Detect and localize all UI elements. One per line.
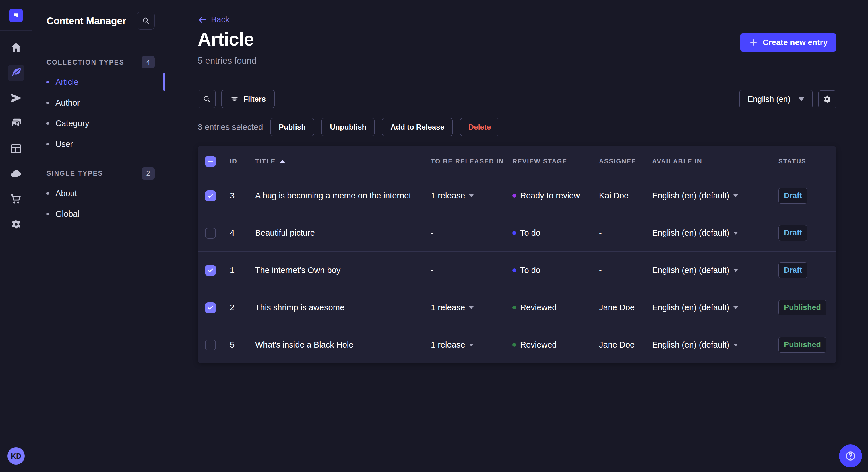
rail-bottom: KD [0, 442, 32, 472]
table-row[interactable]: 3 A bug is becoming a meme on the intern… [198, 177, 836, 214]
rail-icon-list [8, 39, 24, 233]
publish-button[interactable]: Publish [270, 118, 314, 136]
back-link[interactable]: Back [198, 15, 229, 24]
row-checkbox[interactable] [205, 228, 216, 239]
row-release-dropdown[interactable]: 1 release [431, 191, 513, 200]
rail-bottom-divider [0, 442, 32, 442]
entries-count: 5 entries found [198, 56, 257, 66]
main-content: Back Article 5 entries found Create new … [165, 0, 868, 472]
sidebar-item-about[interactable]: About [46, 183, 165, 204]
chevron-down-icon [733, 343, 738, 346]
active-item-indicator [163, 72, 165, 91]
sidebar-item-global[interactable]: Global [46, 204, 165, 224]
single-types-header: SINGLE TYPES 2 [46, 167, 165, 179]
sidebar-search-button[interactable] [137, 12, 155, 30]
row-review-stage: Ready to review [513, 191, 599, 200]
row-checkbox[interactable] [205, 191, 216, 201]
table-row[interactable]: 5 What's inside a Black Hole 1 release R… [198, 326, 836, 363]
row-title: Beautiful picture [255, 228, 431, 238]
media-library-icon[interactable] [8, 115, 24, 132]
unpublish-button[interactable]: Unpublish [321, 118, 375, 136]
sidebar-item-author[interactable]: Author [46, 92, 165, 113]
column-header-assignee: ASSIGNEE [599, 158, 652, 165]
content-manager-icon[interactable] [8, 65, 24, 81]
add-to-release-button[interactable]: Add to Release [382, 118, 453, 136]
chevron-down-icon [469, 343, 474, 346]
status-badge: Draft [778, 225, 807, 241]
create-new-entry-button[interactable]: Create new entry [740, 33, 836, 52]
row-id: 3 [230, 191, 255, 200]
chevron-down-icon [733, 306, 738, 309]
row-checkbox[interactable] [205, 265, 216, 276]
column-header-title[interactable]: TITLE [255, 158, 431, 165]
search-button[interactable] [198, 90, 216, 108]
locale-select[interactable]: English (en) [739, 90, 813, 108]
row-title: This shrimp is awesome [255, 303, 431, 312]
column-header-id[interactable]: ID [230, 158, 255, 165]
settings-icon[interactable] [8, 216, 24, 233]
entries-table: ID TITLE TO BE RELEASED IN REVIEW STAGE … [198, 146, 836, 363]
row-review-stage: To do [513, 228, 599, 238]
releases-icon[interactable] [8, 90, 24, 106]
chevron-down-icon [799, 98, 804, 101]
row-checkbox[interactable] [205, 302, 216, 313]
stage-dot-icon [513, 343, 516, 347]
row-release-dropdown[interactable]: 1 release [431, 303, 513, 312]
release-value: 1 release [431, 191, 465, 200]
sidebar-item-label: Global [55, 209, 80, 219]
sidebar-item-article[interactable]: Article [46, 72, 165, 92]
row-assignee: Jane Doe [599, 303, 652, 312]
row-checkbox[interactable] [205, 339, 216, 350]
row-assignee: - [599, 266, 652, 275]
chevron-down-icon [733, 269, 738, 272]
bullet-icon [46, 102, 49, 104]
collection-types-header: COLLECTION TYPES 4 [46, 56, 165, 68]
row-title: A bug is becoming a meme on the internet [255, 191, 431, 200]
marketplace-icon[interactable] [8, 191, 24, 207]
delete-button[interactable]: Delete [460, 118, 499, 136]
stage-label: To do [520, 266, 540, 275]
user-avatar[interactable]: KD [7, 447, 25, 465]
question-icon [845, 450, 856, 462]
status-badge: Draft [778, 262, 807, 278]
locale-value: English (en) (default) [652, 228, 730, 238]
home-icon[interactable] [8, 39, 24, 56]
select-all-checkbox[interactable] [205, 156, 216, 167]
release-value: - [431, 228, 434, 238]
row-id: 5 [230, 340, 255, 349]
entries-selected-text: 3 entries selected [198, 123, 263, 132]
locale-toolbar: English (en) [739, 90, 836, 108]
row-locale-dropdown[interactable]: English (en) (default) [652, 303, 778, 312]
sidebar-item-category[interactable]: Category [46, 113, 165, 134]
stage-label: Reviewed [520, 303, 557, 312]
row-locale-dropdown[interactable]: English (en) (default) [652, 266, 778, 275]
column-header-release: TO BE RELEASED IN [431, 158, 513, 165]
row-id: 1 [230, 266, 255, 275]
rail-divider [0, 30, 32, 31]
gear-icon [823, 94, 832, 104]
cloud-icon[interactable] [8, 165, 24, 182]
table-row[interactable]: 2 This shrimp is awesome 1 release Revie… [198, 289, 836, 326]
row-title: What's inside a Black Hole [255, 340, 431, 349]
sidebar-item-user[interactable]: User [46, 134, 165, 154]
row-assignee: Jane Doe [599, 340, 652, 349]
bullet-icon [46, 122, 49, 125]
stage-dot-icon [513, 268, 516, 272]
table-row[interactable]: 1 The internet's Own boy - To do - Engli… [198, 251, 836, 289]
check-icon [207, 267, 214, 274]
stage-label: Reviewed [520, 340, 557, 349]
table-row[interactable]: 4 Beautiful picture - To do - English (e… [198, 214, 836, 251]
help-button[interactable] [839, 444, 862, 467]
stage-dot-icon [513, 231, 516, 235]
filters-button[interactable]: Filters [221, 90, 275, 108]
bullet-icon [46, 143, 49, 145]
row-locale-dropdown[interactable]: English (en) (default) [652, 191, 778, 200]
stage-dot-icon [513, 306, 516, 309]
row-locale-dropdown[interactable]: English (en) (default) [652, 340, 778, 349]
view-settings-button[interactable] [818, 90, 836, 108]
row-release-dropdown[interactable]: 1 release [431, 340, 513, 349]
content-type-builder-icon[interactable] [8, 140, 24, 157]
strapi-logo[interactable] [9, 9, 23, 22]
row-review-stage: Reviewed [513, 340, 599, 349]
row-locale-dropdown[interactable]: English (en) (default) [652, 228, 778, 238]
